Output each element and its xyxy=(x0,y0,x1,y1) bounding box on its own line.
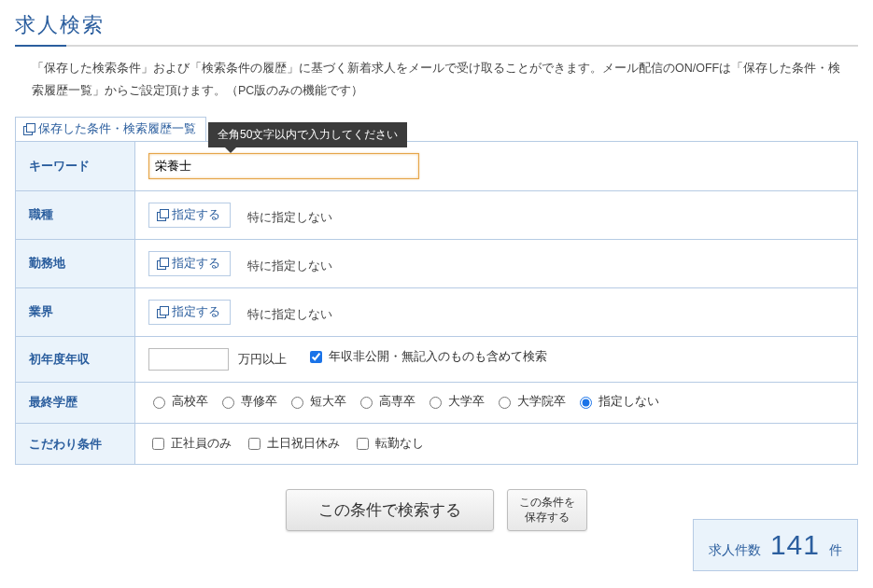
education-option-label: 高専卒 xyxy=(379,394,415,410)
jobtype-value: 特に指定しない xyxy=(247,210,332,223)
preference-option-label: 土日祝日休み xyxy=(267,436,340,452)
include-undisclosed-text: 年収非公開・無記入のものも含めて検索 xyxy=(329,349,547,365)
preference-checkbox-notrans[interactable] xyxy=(357,438,369,450)
include-undisclosed-label[interactable]: 年収非公開・無記入のものも含めて検索 xyxy=(306,348,547,366)
education-option-sen[interactable]: 専修卒 xyxy=(218,394,277,410)
popup-icon xyxy=(157,209,168,220)
education-option-grad[interactable]: 大学院卒 xyxy=(494,394,566,410)
education-option-label: 大学卒 xyxy=(448,394,485,410)
education-option-label: 高校卒 xyxy=(172,394,208,410)
preference-checkbox-weekend[interactable] xyxy=(248,438,260,450)
search-button[interactable]: この条件で検索する xyxy=(286,489,494,531)
label-preferences: こだわり条件 xyxy=(16,424,135,465)
preference-option-label: 転勤なし xyxy=(375,436,424,452)
include-undisclosed-checkbox[interactable] xyxy=(310,351,322,363)
label-location: 勤務地 xyxy=(16,239,135,287)
popup-icon xyxy=(157,306,168,317)
education-radio-sen[interactable] xyxy=(222,397,234,409)
specify-jobtype-button[interactable]: 指定する xyxy=(148,203,231,228)
popup-icon xyxy=(23,123,35,134)
education-option-jc[interactable]: 短大卒 xyxy=(287,394,346,410)
education-radio-grad[interactable] xyxy=(499,397,511,409)
label-industry: 業界 xyxy=(16,287,135,336)
education-option-hs[interactable]: 高校卒 xyxy=(148,394,208,410)
keyword-input[interactable] xyxy=(148,153,419,179)
specify-location-button[interactable]: 指定する xyxy=(148,251,231,276)
label-keyword: キーワード xyxy=(16,141,135,190)
result-count-box: 求人件数 141 件 xyxy=(693,519,858,571)
saved-history-label: 保存した条件・検索履歴一覧 xyxy=(38,121,196,137)
page-title: 求人検索 xyxy=(15,11,858,39)
preference-option-fulltime[interactable]: 正社員のみ xyxy=(148,435,232,453)
salary-unit: 万円以上 xyxy=(238,352,287,366)
education-radio-hs[interactable] xyxy=(153,397,165,409)
popup-icon xyxy=(157,258,168,269)
label-salary: 初年度年収 xyxy=(16,336,135,382)
result-count-number: 141 xyxy=(770,529,820,561)
title-rule xyxy=(15,45,858,47)
education-radio-uni[interactable] xyxy=(429,397,442,409)
education-option-label: 専修卒 xyxy=(241,394,277,410)
education-radio-kt[interactable] xyxy=(360,397,373,409)
education-option-none[interactable]: 指定しない xyxy=(575,394,659,410)
preference-option-label: 正社員のみ xyxy=(171,436,232,452)
industry-value: 特に指定しない xyxy=(247,307,332,320)
search-form-table: キーワード 全角50文字以内で入力してください 職種 指定する 特に指定しない … xyxy=(15,141,858,466)
education-option-uni[interactable]: 大学卒 xyxy=(425,394,485,410)
education-option-label: 短大卒 xyxy=(310,394,346,410)
keyword-tooltip: 全角50文字以内で入力してください xyxy=(208,122,407,147)
preference-option-notrans[interactable]: 転勤なし xyxy=(353,435,424,453)
education-option-label: 指定しない xyxy=(598,394,659,410)
preference-option-weekend[interactable]: 土日祝日休み xyxy=(245,435,340,453)
salary-input[interactable] xyxy=(148,348,229,371)
label-jobtype: 職種 xyxy=(16,190,135,239)
page-description: 「保存した検索条件」および「検索条件の履歴」に基づく新着求人をメールで受け取るこ… xyxy=(32,58,841,103)
specify-label: 指定する xyxy=(172,256,220,272)
label-education: 最終学歴 xyxy=(16,382,135,424)
result-count-unit: 件 xyxy=(829,542,842,559)
specify-label: 指定する xyxy=(172,304,220,320)
save-conditions-button[interactable]: この条件を保存する xyxy=(507,489,587,531)
result-count-label: 求人件数 xyxy=(709,542,761,559)
education-option-label: 大学院卒 xyxy=(517,394,566,410)
preference-checkbox-fulltime[interactable] xyxy=(152,438,164,450)
saved-history-button[interactable]: 保存した条件・検索履歴一覧 xyxy=(15,117,206,142)
education-radio-none[interactable] xyxy=(580,397,592,409)
specify-label: 指定する xyxy=(172,207,220,223)
location-value: 特に指定しない xyxy=(247,259,332,272)
education-option-kt[interactable]: 高専卒 xyxy=(356,394,415,410)
specify-industry-button[interactable]: 指定する xyxy=(148,300,231,325)
education-radio-jc[interactable] xyxy=(291,397,303,409)
